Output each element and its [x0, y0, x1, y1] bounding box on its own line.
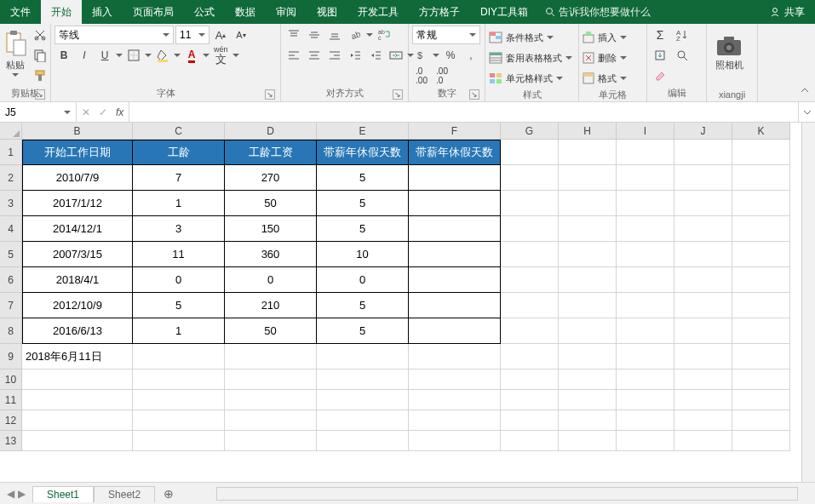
cell[interactable]: 2012/10/9 — [22, 293, 133, 318]
cell[interactable]: 11 — [133, 242, 225, 267]
expand-formula-bar-button[interactable] — [798, 102, 815, 122]
cell[interactable]: 5 — [317, 165, 409, 191]
decrease-font-button[interactable]: A▾ — [232, 26, 250, 44]
row-header[interactable]: 2 — [0, 165, 22, 191]
cell[interactable]: 2016/6/13 — [22, 318, 133, 344]
dialog-launcher-icon[interactable]: ↘ — [469, 89, 479, 100]
cell[interactable] — [617, 267, 674, 293]
menu-diy[interactable]: DIY工具箱 — [470, 0, 538, 24]
cell[interactable]: 3 — [133, 216, 225, 242]
format-cells-button[interactable]: 格式 — [583, 70, 627, 87]
cell[interactable]: 工龄工资 — [225, 140, 317, 165]
cell[interactable] — [409, 431, 501, 451]
cell[interactable]: 1 — [133, 191, 225, 216]
column-header[interactable]: B — [22, 123, 133, 140]
cell[interactable]: 210 — [225, 293, 317, 318]
cell[interactable] — [225, 390, 317, 410]
sheet-tab-active[interactable]: Sheet1 — [32, 486, 94, 502]
row-header[interactable]: 3 — [0, 191, 22, 216]
cell[interactable]: 5 — [133, 293, 225, 318]
cell[interactable] — [409, 165, 501, 191]
cell[interactable]: 带薪年休假天数 — [317, 140, 409, 165]
cell[interactable] — [732, 242, 790, 267]
autosum-button[interactable]: Σ — [651, 26, 669, 44]
cell[interactable] — [617, 390, 674, 410]
sheet-nav[interactable]: ◀ ▶ — [0, 488, 32, 500]
fill-button[interactable] — [651, 46, 669, 65]
cell[interactable] — [732, 140, 790, 165]
cell[interactable] — [559, 431, 617, 451]
collapse-ribbon-button[interactable] — [800, 85, 810, 98]
cell[interactable] — [409, 216, 501, 242]
row-header[interactable]: 8 — [0, 318, 22, 344]
font-size-select[interactable]: 11 — [175, 26, 209, 44]
cell[interactable] — [133, 410, 225, 431]
menu-insert[interactable]: 插入 — [82, 0, 123, 24]
dropdown-icon[interactable] — [232, 54, 239, 57]
cell[interactable] — [732, 390, 790, 410]
increase-indent-button[interactable] — [366, 46, 385, 65]
cell[interactable] — [559, 344, 617, 369]
cell[interactable] — [501, 431, 559, 451]
increase-decimal-button[interactable]: .0.00 — [412, 66, 431, 85]
cell[interactable] — [133, 431, 225, 451]
cell[interactable]: 1 — [133, 318, 225, 344]
cell[interactable]: 150 — [225, 216, 317, 242]
cut-button[interactable] — [31, 26, 49, 44]
cell[interactable] — [317, 369, 409, 390]
cell[interactable] — [501, 293, 559, 318]
cell[interactable] — [409, 344, 501, 369]
row-header[interactable]: 4 — [0, 216, 22, 242]
cell[interactable] — [409, 267, 501, 293]
cell[interactable]: 2017/1/12 — [22, 191, 133, 216]
cell[interactable] — [409, 293, 501, 318]
menu-data[interactable]: 数据 — [225, 0, 266, 24]
cell[interactable] — [501, 140, 559, 165]
decrease-indent-button[interactable] — [346, 46, 364, 65]
cell[interactable] — [674, 267, 732, 293]
cell[interactable]: 2007/3/15 — [22, 242, 133, 267]
cell[interactable] — [617, 216, 674, 242]
cell[interactable] — [559, 191, 617, 216]
cell[interactable] — [225, 431, 317, 451]
cell[interactable] — [22, 390, 133, 410]
cell[interactable] — [501, 344, 559, 369]
cell[interactable] — [732, 165, 790, 191]
cell[interactable] — [674, 216, 732, 242]
cell[interactable] — [674, 410, 732, 431]
cancel-formula-button[interactable]: ✕ — [82, 106, 90, 118]
merge-center-button[interactable] — [387, 46, 405, 65]
cell[interactable]: 带薪年休假天数 — [409, 140, 501, 165]
cell[interactable] — [559, 390, 617, 410]
menu-developer[interactable]: 开发工具 — [347, 0, 409, 24]
border-button[interactable] — [124, 46, 143, 65]
enter-formula-button[interactable]: ✓ — [99, 106, 107, 118]
row-header[interactable]: 7 — [0, 293, 22, 318]
phonetic-button[interactable]: wén文 — [211, 46, 231, 65]
menu-review[interactable]: 审阅 — [266, 0, 307, 24]
dropdown-icon[interactable] — [145, 54, 152, 57]
cell-styles-button[interactable]: 单元格样式 — [489, 70, 563, 87]
cell[interactable] — [559, 267, 617, 293]
insert-function-button[interactable]: fx — [116, 106, 123, 118]
cell[interactable] — [501, 216, 559, 242]
cell[interactable] — [409, 410, 501, 431]
column-header[interactable]: C — [133, 123, 225, 140]
cell[interactable]: 0 — [133, 267, 225, 293]
cell[interactable] — [409, 242, 501, 267]
dropdown-icon[interactable] — [116, 54, 123, 57]
orientation-button[interactable]: ab — [346, 26, 364, 44]
cell[interactable]: 50 — [225, 318, 317, 344]
cell[interactable] — [617, 369, 674, 390]
align-bottom-button[interactable] — [325, 26, 344, 44]
cell[interactable]: 工龄 — [133, 140, 225, 165]
cell[interactable] — [732, 216, 790, 242]
cell[interactable] — [317, 410, 409, 431]
cell[interactable] — [732, 369, 790, 390]
cell[interactable] — [674, 293, 732, 318]
cell[interactable] — [617, 140, 674, 165]
dialog-launcher-icon[interactable]: ↘ — [393, 89, 403, 100]
cell[interactable] — [501, 267, 559, 293]
cell[interactable] — [559, 410, 617, 431]
cell[interactable] — [674, 242, 732, 267]
